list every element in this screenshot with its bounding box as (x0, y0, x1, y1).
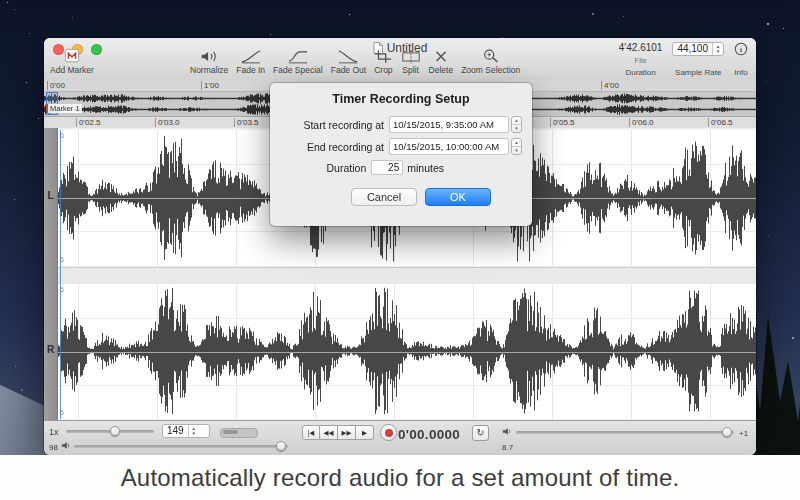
play-icon: ▶ (362, 429, 367, 437)
tool-label: Fade In (236, 65, 265, 75)
fast-forward-icon: ▶▶ (342, 429, 352, 437)
right-channel-label: R (44, 344, 57, 355)
ruler-tick: 1'00 (201, 81, 219, 90)
tool-fade-out[interactable]: Fade Out (331, 48, 366, 75)
start-time-field[interactable]: 10/15/2015, 9:35:00 AM (389, 116, 509, 133)
ok-button[interactable]: OK (425, 188, 491, 206)
sample-rate-value: 44,100 (673, 43, 712, 55)
sample-rate-control: 44,100 ▲ ▼ Sample Rate (672, 42, 724, 77)
ruler-tick: 0'06.0 (629, 118, 654, 127)
right-channel-waveform[interactable] (58, 284, 756, 419)
file-duration-value: 4'42.6101 (619, 42, 663, 53)
right-waveform-canvas[interactable] (58, 284, 756, 419)
marker-tag[interactable]: Marker 1 (46, 104, 82, 113)
normalize-icon (199, 48, 219, 64)
left-volume-knob[interactable] (276, 441, 286, 451)
dialog-duration-label: Duration (327, 162, 367, 174)
combo-arrows-icon: ▲ ▼ (188, 425, 199, 437)
loop-icon: ↻ (476, 427, 484, 438)
right-level-value: 8.7 (502, 443, 513, 452)
gain-label: +1 (739, 429, 748, 438)
fast-forward-button[interactable]: ▶▶ (338, 425, 356, 440)
combo-arrows-icon: ▲ ▼ (712, 43, 723, 55)
split-icon (401, 48, 421, 64)
speed-slider[interactable] (66, 430, 154, 433)
tool-normalize[interactable]: Normalize (190, 48, 228, 75)
end-time-field[interactable]: 10/15/2015, 10:00:00 AM (389, 138, 509, 155)
tool-zoom-selection[interactable]: Zoom Selection (461, 48, 520, 75)
ruler-tick: 0'05.5 (550, 118, 575, 127)
ruler-tick: 0'03.5 (234, 118, 259, 127)
sample-rate-label: Sample Rate (675, 68, 721, 77)
skip-to-start-button[interactable]: |◀ (302, 425, 320, 440)
end-recording-label: End recording at (307, 141, 384, 153)
cancel-button[interactable]: Cancel (351, 188, 417, 206)
tool-crop[interactable]: Crop (374, 48, 392, 75)
caption-text: Automatically record audio for a set amo… (121, 464, 680, 492)
zoom-level-combo[interactable]: 149 ▲ ▼ (162, 424, 210, 438)
ruler-tick: 0'02.5 (76, 118, 101, 127)
horizontal-scrollbar[interactable] (220, 428, 258, 438)
end-time-stepper[interactable]: ▲ ▼ (511, 138, 522, 155)
duration-label: Duration (625, 68, 655, 77)
tool-label: Normalize (190, 65, 228, 75)
play-button[interactable]: ▶ (356, 425, 374, 440)
playback-speed-label[interactable]: 1x (49, 427, 59, 437)
time-display: 0'00.0000 (394, 427, 464, 442)
caption-band: Automatically record audio for a set amo… (0, 455, 800, 500)
skip-to-start-icon: |◀ (308, 429, 315, 437)
ruler-tick: 0'03.0 (155, 118, 180, 127)
zoom-selection-icon (482, 48, 500, 64)
rewind-button[interactable]: ◀◀ (320, 425, 338, 440)
speed-slider-knob[interactable] (110, 426, 120, 436)
transport-bar: 1x 149 ▲ ▼ 98 |◀ ◀◀ ▶▶ ▶ 0'00.0000 ↻ (44, 420, 756, 455)
stepper-up-icon[interactable]: ▲ (512, 117, 521, 125)
left-volume-slider[interactable] (74, 445, 288, 448)
stepper-up-icon[interactable]: ▲ (512, 139, 521, 147)
rewind-icon: ◀◀ (324, 429, 334, 437)
window-header: Untitled Add Marker Normalize Fade In Fa… (44, 38, 756, 81)
tool-delete[interactable]: Delete (429, 48, 454, 75)
stepper-down-icon[interactable]: ▼ (512, 125, 521, 132)
fade-special-icon (288, 48, 308, 64)
tool-fade-in[interactable]: Fade In (236, 48, 265, 75)
duration-input[interactable] (371, 160, 403, 175)
dialog-title: Timer Recording Setup (270, 92, 532, 106)
tool-label: Fade Out (331, 65, 366, 75)
fade-in-icon (241, 48, 261, 64)
add-marker-label: Add Marker (50, 65, 94, 75)
fade-out-icon (338, 48, 358, 64)
right-volume-knob[interactable] (722, 427, 732, 437)
stepper-down-icon[interactable]: ▼ (512, 147, 521, 154)
loop-button[interactable]: ↻ (472, 425, 489, 441)
app-window: Untitled Add Marker Normalize Fade In Fa… (44, 38, 756, 455)
dialog-buttons: Cancel OK (310, 188, 532, 206)
scrollbar-thumb[interactable] (223, 430, 238, 434)
start-recording-label: Start recording at (303, 119, 384, 131)
info-control[interactable]: Info (734, 42, 748, 77)
tool-fade-special[interactable]: Fade Special (273, 48, 323, 75)
playhead[interactable] (60, 130, 61, 419)
speaker-icon (502, 427, 512, 438)
crop-icon (374, 48, 392, 64)
start-time-stepper[interactable]: ▲ ▼ (511, 116, 522, 133)
add-marker-button[interactable]: Add Marker (50, 48, 94, 75)
tool-split[interactable]: Split (401, 48, 421, 75)
tool-label: Crop (374, 65, 392, 75)
ruler-tick: 0'00 (47, 81, 65, 90)
info-label: Info (734, 68, 747, 77)
zoom-level-value: 149 (163, 425, 188, 437)
timer-recording-dialog: Timer Recording Setup Start recording at… (270, 83, 532, 226)
toolbar-right-cluster: 4'42.6101 File Duration 44,100 ▲ ▼ Sampl… (619, 42, 748, 77)
end-recording-row: End recording at 10/15/2015, 10:00:00 AM… (270, 138, 522, 155)
combo-down-icon: ▼ (191, 431, 195, 436)
delete-icon (433, 48, 449, 64)
sample-rate-combo[interactable]: 44,100 ▲ ▼ (672, 42, 724, 56)
duration-unit-label: minutes (407, 162, 444, 174)
duration-display[interactable]: 4'42.6101 File Duration (619, 42, 663, 77)
right-volume-slider[interactable] (516, 431, 734, 434)
ruler-tick: 4'00 (601, 81, 619, 90)
toolbar: Normalize Fade In Fade Special Fade Out … (190, 48, 520, 75)
ruler-tick: 0'06.5 (708, 118, 733, 127)
combo-down-icon: ▼ (716, 49, 720, 54)
